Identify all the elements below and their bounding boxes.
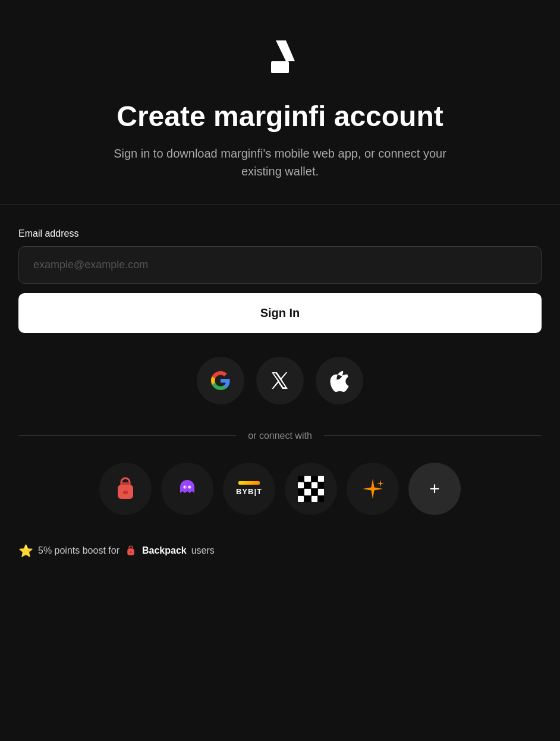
apple-icon bbox=[329, 369, 350, 392]
boost-prefix: 5% points boost for bbox=[38, 545, 119, 556]
social-auth-row bbox=[18, 357, 542, 404]
plus-icon: + bbox=[429, 479, 440, 499]
svg-rect-3 bbox=[121, 482, 130, 485]
boost-wallet-name: Backpack bbox=[142, 545, 187, 556]
star-emoji: ⭐ bbox=[18, 544, 33, 558]
header-section: Create marginfi account Sign in to downl… bbox=[0, 0, 560, 205]
more-wallets-button[interactable]: + bbox=[408, 463, 461, 515]
divider-text: or connect with bbox=[248, 431, 312, 441]
bybit-bar bbox=[238, 481, 260, 485]
svg-point-7 bbox=[190, 486, 191, 488]
google-auth-button[interactable] bbox=[197, 357, 244, 404]
divider-line-right bbox=[324, 435, 542, 436]
svg-rect-9 bbox=[130, 551, 132, 553]
star-wallet-button[interactable] bbox=[347, 463, 399, 515]
checker-icon bbox=[298, 476, 324, 502]
sparkle-icon bbox=[358, 474, 388, 504]
svg-rect-0 bbox=[271, 61, 289, 73]
twitter-x-icon bbox=[270, 370, 290, 391]
wallet-icons-row: BYB|T bbox=[18, 463, 542, 515]
form-container: Email address Sign In bbox=[18, 228, 542, 558]
divider-line-left bbox=[18, 435, 236, 436]
phantom-wallet-button[interactable] bbox=[161, 463, 213, 515]
logo bbox=[253, 29, 307, 84]
svg-point-6 bbox=[185, 486, 186, 488]
bybit-text: BYB|T bbox=[236, 487, 262, 496]
svg-rect-2 bbox=[123, 491, 128, 494]
main-section: Email address Sign In bbox=[0, 205, 560, 582]
page-title: Create marginfi account bbox=[117, 101, 443, 133]
svg-rect-10 bbox=[129, 548, 133, 549]
divider-row: or connect with bbox=[18, 431, 542, 441]
boost-suffix: users bbox=[191, 545, 215, 556]
email-label: Email address bbox=[18, 228, 542, 239]
apple-auth-button[interactable] bbox=[316, 357, 363, 404]
checkers-wallet-button[interactable] bbox=[285, 463, 337, 515]
sign-in-button[interactable]: Sign In bbox=[18, 293, 542, 333]
bybit-wallet-button[interactable]: BYB|T bbox=[223, 463, 275, 515]
backpack-wallet-button[interactable] bbox=[99, 463, 152, 515]
google-icon bbox=[210, 370, 231, 391]
page-subtitle: Sign in to download marginfi's mobile we… bbox=[102, 145, 458, 180]
email-input[interactable] bbox=[18, 246, 542, 284]
backpack-icon bbox=[111, 474, 140, 504]
boost-bar: ⭐ 5% points boost for Backpack users bbox=[18, 544, 542, 558]
phantom-icon bbox=[172, 474, 202, 504]
twitter-auth-button[interactable] bbox=[256, 357, 304, 404]
backpack-boost-icon bbox=[124, 544, 137, 557]
